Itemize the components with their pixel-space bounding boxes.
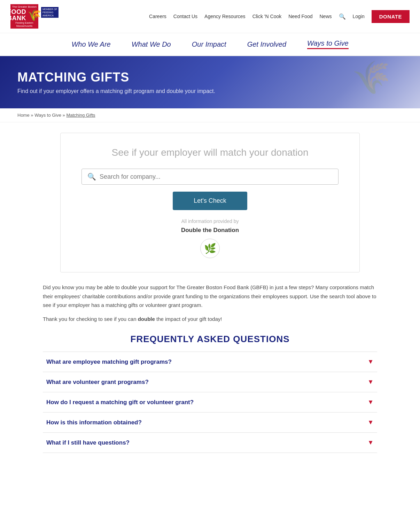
faq-item-3[interactable]: How do I request a matching gift or volu… xyxy=(43,392,377,412)
faq-chevron-3: ▼ xyxy=(367,399,374,406)
top-navigation: Careers Contact Us Agency Resources Clic… xyxy=(149,10,410,23)
info-provided-by-label: All information provided by xyxy=(81,218,339,224)
logo-area: The Greater Boston FOOD BANK 🌾 Feeding E… xyxy=(10,4,59,29)
faq-title: FREQUENTLY ASKED QUESTIONS xyxy=(43,334,377,345)
search-input-wrapper: 🔍 xyxy=(81,169,339,185)
faq-chevron-5: ▼ xyxy=(367,439,374,446)
lets-check-button[interactable]: Let's Check xyxy=(173,192,247,210)
faq-chevron-2: ▼ xyxy=(367,378,374,386)
body-p2-suffix: the impact of your gift today! xyxy=(155,316,222,322)
logo-wheat-icon: 🌾 xyxy=(28,8,41,22)
hero-title: MATCHING GIFTS xyxy=(17,70,403,85)
hero-wheat-decoration: 🌾 xyxy=(350,56,395,99)
agency-resources-link[interactable]: Agency Resources xyxy=(204,14,246,19)
body-paragraph-1: Did you know you may be able to double y… xyxy=(43,283,377,310)
search-widget: See if your employer will match your don… xyxy=(60,133,360,272)
breadcrumb-current: Matching Gifts xyxy=(66,113,95,118)
breadcrumb: Home » Ways to Give » Matching Gifts xyxy=(0,108,420,122)
double-the-donation-logo: 🌿 xyxy=(200,239,220,258)
body-p2-bold: double xyxy=(138,316,155,322)
breadcrumb-ways-to-give[interactable]: Ways to Give xyxy=(34,113,61,118)
logo-main-text: FOOD xyxy=(7,9,26,15)
faq-chevron-4: ▼ xyxy=(367,419,374,426)
logo-tagline: Feeding Eastern Massachusetts xyxy=(12,22,37,28)
hero-banner: MATCHING GIFTS Find out if your employer… xyxy=(0,56,420,108)
feeding-america-badge: MEMBER OFFEEDINGAMERICA xyxy=(41,6,59,18)
dtd-leaf-icon: 🌿 xyxy=(204,243,216,254)
logo-bank-text: BANK xyxy=(7,15,26,21)
search-magnifier-icon: 🔍 xyxy=(87,172,96,181)
need-food-link[interactable]: Need Food xyxy=(288,14,312,19)
faq-item-1[interactable]: What are employee matching gift programs… xyxy=(43,352,377,372)
click-n-cook-link[interactable]: Click 'N Cook xyxy=(252,14,282,19)
search-icon[interactable]: 🔍 xyxy=(339,13,346,20)
search-heading: See if your employer will match your don… xyxy=(81,147,339,158)
faq-chevron-1: ▼ xyxy=(367,358,374,365)
login-link[interactable]: Login xyxy=(353,14,365,19)
faq-question-1: What are employee matching gift programs… xyxy=(46,359,172,365)
main-content: See if your employer will match your don… xyxy=(0,122,420,463)
breadcrumb-home[interactable]: Home xyxy=(17,113,30,118)
provider-name: Double the Donation xyxy=(81,227,339,234)
donate-button[interactable]: DONATE xyxy=(372,10,410,23)
nav-get-involved[interactable]: Get Involved xyxy=(247,40,286,48)
nav-our-impact[interactable]: Our Impact xyxy=(192,40,226,48)
faq-item-5[interactable]: What if I still have questions? ▼ xyxy=(43,432,377,453)
faq-question-5: What if I still have questions? xyxy=(46,439,130,446)
nav-what-we-do[interactable]: What We Do xyxy=(132,40,171,48)
faq-question-2: What are volunteer grant programs? xyxy=(46,379,149,386)
faq-question-4: How is this information obtained? xyxy=(46,419,142,426)
company-search-input[interactable] xyxy=(100,173,333,180)
hero-subtitle: Find out if your employer offers a match… xyxy=(17,88,226,94)
main-navigation: Who We Are What We Do Our Impact Get Inv… xyxy=(0,33,420,56)
logo-box: The Greater Boston FOOD BANK 🌾 Feeding E… xyxy=(10,4,38,29)
contact-us-link[interactable]: Contact Us xyxy=(173,14,197,19)
faq-section: FREQUENTLY ASKED QUESTIONS What are empl… xyxy=(43,334,377,453)
nav-who-we-are[interactable]: Who We Are xyxy=(71,40,110,48)
faq-item-2[interactable]: What are volunteer grant programs? ▼ xyxy=(43,372,377,392)
body-text: Did you know you may be able to double y… xyxy=(43,283,377,323)
top-bar: The Greater Boston FOOD BANK 🌾 Feeding E… xyxy=(0,0,420,33)
faq-item-4[interactable]: How is this information obtained? ▼ xyxy=(43,412,377,432)
nav-ways-to-give[interactable]: Ways to Give xyxy=(307,39,349,49)
faq-question-3: How do I request a matching gift or volu… xyxy=(46,399,194,406)
news-link[interactable]: News xyxy=(319,14,332,19)
body-p2-prefix: Thank you for checking to see if you can xyxy=(43,316,138,322)
careers-link[interactable]: Careers xyxy=(149,14,166,19)
body-paragraph-2: Thank you for checking to see if you can… xyxy=(43,315,377,324)
logo-top-text: The Greater Boston xyxy=(12,5,37,9)
